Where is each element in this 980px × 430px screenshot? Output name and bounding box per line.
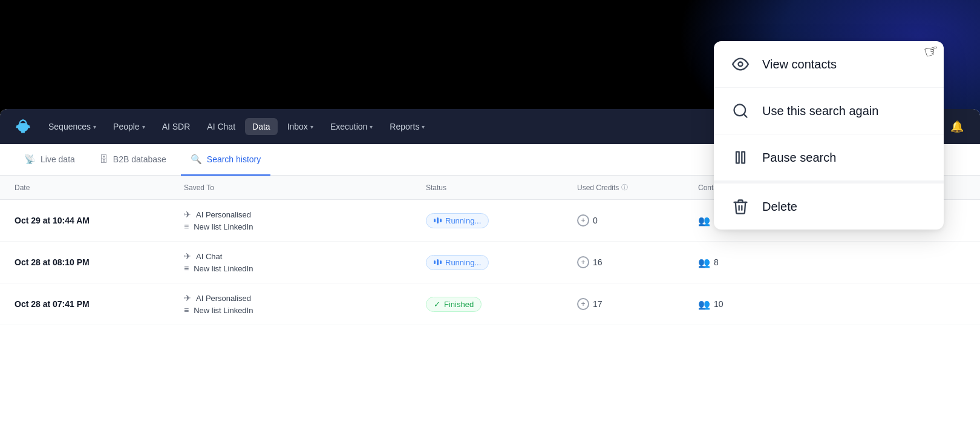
eye-icon bbox=[731, 55, 750, 74]
nav-item-people[interactable]: People ▾ bbox=[106, 118, 152, 135]
add-credits-icon: + bbox=[577, 214, 589, 227]
pause-icon bbox=[731, 148, 750, 167]
add-credits-icon: + bbox=[577, 256, 589, 268]
chevron-down-icon: ▾ bbox=[93, 124, 96, 130]
chevron-down-icon: ▾ bbox=[422, 124, 425, 130]
svg-point-0 bbox=[739, 62, 743, 67]
table-row: Oct 28 at 08:10 PM ✈ AI Chat ≡ New list … bbox=[0, 242, 980, 283]
svg-rect-4 bbox=[742, 152, 745, 164]
row1-saved-to: ✈ AI Personalised ≡ New list LinkedIn bbox=[184, 210, 426, 231]
saved-item: ✈ AI Chat bbox=[184, 251, 426, 261]
list-icon: ≡ bbox=[184, 263, 189, 273]
send-icon: ✈ bbox=[184, 251, 191, 261]
nav-logo bbox=[12, 116, 34, 137]
list-icon: ≡ bbox=[184, 222, 189, 231]
running-icon bbox=[434, 217, 442, 223]
row3-status: ✓ Finished bbox=[426, 297, 577, 312]
view-contacts-label: View contacts bbox=[762, 58, 837, 71]
row2-saved-to: ✈ AI Chat ≡ New list LinkedIn bbox=[184, 251, 426, 273]
status-badge: ✓ Finished bbox=[426, 297, 482, 312]
nav-item-sequences[interactable]: Sequences ▾ bbox=[41, 118, 103, 135]
list-icon: ≡ bbox=[184, 305, 189, 315]
menu-item-use-search-again[interactable]: Use this search again bbox=[714, 88, 944, 134]
chevron-down-icon: ▾ bbox=[310, 124, 313, 130]
menu-item-view-contacts[interactable]: View contacts bbox=[714, 41, 944, 88]
search-history-icon: 🔍 bbox=[191, 154, 202, 165]
contacts-icon: 👥 bbox=[698, 257, 710, 268]
saved-item: ✈ AI Personalised bbox=[184, 210, 426, 219]
running-icon bbox=[434, 259, 442, 265]
svg-line-2 bbox=[743, 114, 746, 117]
status-badge: Running... bbox=[426, 255, 489, 270]
contacts-icon: 👥 bbox=[698, 299, 710, 310]
chevron-down-icon: ▾ bbox=[142, 124, 145, 130]
row3-contacts: 👥 10 bbox=[698, 299, 965, 310]
row1-date: Oct 29 at 10:44 AM bbox=[15, 216, 184, 225]
row2-status: Running... bbox=[426, 255, 577, 270]
saved-item: ✈ AI Personalised bbox=[184, 293, 426, 303]
row2-credits: + 16 bbox=[577, 256, 698, 268]
live-data-icon: 📡 bbox=[24, 154, 36, 165]
add-credits-icon: + bbox=[577, 298, 589, 310]
row3-date: Oct 28 at 07:41 PM bbox=[15, 299, 184, 309]
saved-item: ≡ New list LinkedIn bbox=[184, 263, 426, 273]
tab-b2b-database[interactable]: 🗄 B2B database bbox=[90, 144, 176, 176]
nav-item-execution[interactable]: Execution ▾ bbox=[323, 118, 380, 135]
row2-contacts: 👥 8 bbox=[698, 257, 965, 268]
svg-rect-3 bbox=[736, 152, 739, 164]
context-dropdown-menu: View contacts Use this search again Paus… bbox=[714, 41, 944, 230]
tab-search-history[interactable]: 🔍 Search history bbox=[181, 144, 270, 176]
row1-credits: + 0 bbox=[577, 214, 698, 227]
notification-bell-icon[interactable]: 🔔 bbox=[946, 116, 968, 137]
menu-item-pause-search[interactable]: Pause search bbox=[714, 134, 944, 181]
send-icon: ✈ bbox=[184, 293, 191, 303]
search-icon bbox=[731, 101, 750, 121]
use-search-again-label: Use this search again bbox=[762, 104, 878, 118]
col-header-status: Status bbox=[426, 183, 577, 192]
send-icon: ✈ bbox=[184, 210, 191, 219]
col-header-date: Date bbox=[15, 183, 184, 192]
row3-saved-to: ✈ AI Personalised ≡ New list LinkedIn bbox=[184, 293, 426, 315]
info-icon: ⓘ bbox=[621, 183, 628, 192]
trash-icon bbox=[731, 197, 750, 216]
menu-item-delete[interactable]: Delete bbox=[714, 181, 944, 230]
check-icon: ✓ bbox=[434, 300, 440, 309]
nav-item-reports[interactable]: Reports ▾ bbox=[382, 118, 432, 135]
nav-item-inbox[interactable]: Inbox ▾ bbox=[280, 118, 321, 135]
pause-search-label: Pause search bbox=[762, 151, 836, 165]
saved-item: ≡ New list LinkedIn bbox=[184, 305, 426, 315]
nav-item-data[interactable]: Data bbox=[245, 118, 278, 135]
delete-label: Delete bbox=[762, 200, 797, 214]
database-icon: 🗄 bbox=[99, 154, 108, 164]
tab-live-data[interactable]: 📡 Live data bbox=[15, 144, 85, 176]
col-header-used-credits: Used Credits ⓘ bbox=[577, 183, 698, 192]
contacts-icon: 👥 bbox=[698, 215, 710, 227]
status-badge: Running... bbox=[426, 213, 489, 228]
nav-item-ai-chat[interactable]: AI Chat bbox=[200, 118, 243, 135]
row3-credits: + 17 bbox=[577, 298, 698, 310]
col-header-saved-to: Saved To bbox=[184, 183, 426, 192]
saved-item: ≡ New list LinkedIn bbox=[184, 222, 426, 231]
nav-item-ai-sdr[interactable]: AI SDR bbox=[155, 118, 198, 135]
row2-date: Oct 28 at 08:10 PM bbox=[15, 257, 184, 267]
table-row: Oct 28 at 07:41 PM ✈ AI Personalised ≡ N… bbox=[0, 283, 980, 325]
row1-status: Running... bbox=[426, 213, 577, 228]
chevron-down-icon: ▾ bbox=[370, 124, 373, 130]
